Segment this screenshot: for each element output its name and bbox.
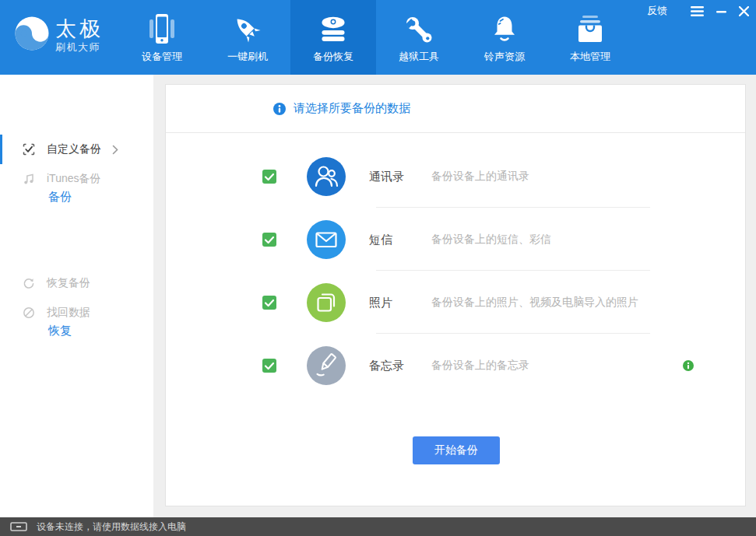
row-title: 短信 [369, 232, 392, 247]
phone-icon [149, 14, 175, 45]
message-icon [307, 220, 346, 259]
restore-arrow-icon [23, 277, 35, 289]
archive-box-icon [575, 14, 605, 45]
start-backup-button[interactable]: 开始备份 [413, 436, 500, 464]
close-icon[interactable] [739, 6, 749, 16]
backup-prompt: 请选择所要备份的数据 [294, 101, 410, 116]
feedback-link[interactable]: 反馈 [647, 4, 667, 18]
database-icon [318, 14, 349, 45]
wrench-icon [404, 14, 434, 45]
row-description: 备份设备上的备忘录 [431, 359, 529, 373]
nav-tab-ringtone-resources[interactable]: 铃声资源 [462, 0, 547, 75]
active-indicator [0, 135, 2, 164]
recover-slash-icon [23, 307, 35, 319]
photos-icon [307, 283, 346, 322]
window-controls [691, 6, 749, 16]
memo-info-icon[interactable] [683, 360, 694, 371]
main-nav: 设备管理 一键刷机 [119, 0, 633, 75]
nav-label: 铃声资源 [484, 50, 525, 64]
nav-tab-one-key-flash[interactable]: 一键刷机 [205, 0, 290, 75]
rocket-icon [232, 14, 263, 45]
brand-name: 太极 [55, 19, 104, 40]
photos-checkbox[interactable] [262, 296, 276, 310]
nav-label: 设备管理 [142, 50, 182, 64]
app-header: 太极 刷机大师 设备管理 [0, 0, 756, 75]
nav-tab-device-manage[interactable]: 设备管理 [119, 0, 205, 75]
row-title: 通讯录 [369, 169, 404, 184]
backup-row-contacts: 通讯录 备份设备上的通讯录 [166, 145, 745, 208]
row-description: 备份设备上的短信、彩信 [431, 233, 551, 247]
backup-row-memos: 备忘录 备份设备上的备忘录 [166, 334, 745, 397]
row-title: 备忘录 [369, 358, 404, 373]
row-description: 备份设备上的照片、视频及电脑导入的照片 [431, 296, 638, 310]
nav-label: 备份恢复 [313, 50, 353, 64]
contacts-icon [307, 157, 346, 196]
memo-pencil-icon [307, 346, 346, 385]
memos-checkbox[interactable] [262, 359, 276, 373]
usb-connector-icon [10, 522, 27, 531]
brand-subname: 刷机大师 [55, 42, 104, 52]
menu-icon[interactable] [691, 6, 704, 16]
checkbox-select-icon [23, 143, 35, 156]
sidebar-item-custom-backup[interactable]: 自定义备份 [0, 135, 153, 164]
sidebar-item-label: 自定义备份 [47, 142, 101, 156]
nav-label: 一键刷机 [227, 50, 268, 64]
taiji-icon [15, 16, 49, 54]
backup-panel: 请选择所要备份的数据 通讯录 备份设备上的 [165, 84, 746, 506]
info-icon [273, 103, 286, 115]
nav-tab-jailbreak-tools[interactable]: 越狱工具 [376, 0, 462, 75]
app-logo: 太极 刷机大师 [15, 16, 104, 54]
backup-row-messages: 短信 备份设备上的短信、彩信 [166, 208, 745, 271]
nav-tab-local-manage[interactable]: 本地管理 [547, 0, 633, 75]
sidebar-item-label: 恢复备份 [47, 276, 90, 290]
contacts-checkbox[interactable] [262, 170, 276, 184]
backup-row-photos: 照片 备份设备上的照片、视频及电脑导入的照片 [166, 271, 745, 334]
status-bar: 设备未连接，请使用数据线接入电脑 [0, 517, 756, 536]
sidebar: 备份 自定义备份 iTunes备份 恢复 [0, 75, 153, 517]
messages-checkbox[interactable] [262, 233, 276, 247]
backup-options-list: 通讯录 备份设备上的通讯录 短信 备份设备上的短信、彩信 [166, 134, 745, 397]
panel-header: 请选择所要备份的数据 [166, 85, 745, 133]
nav-label: 越狱工具 [399, 50, 439, 64]
minimize-icon[interactable] [716, 6, 726, 16]
nav-tab-backup-restore[interactable]: 备份恢复 [290, 0, 376, 75]
nav-label: 本地管理 [570, 50, 610, 64]
chevron-right-icon [112, 145, 118, 155]
status-message: 设备未连接，请使用数据线接入电脑 [37, 520, 186, 534]
row-title: 照片 [369, 295, 392, 310]
sidebar-item-label: iTunes备份 [47, 172, 101, 186]
sidebar-item-restore-backup[interactable]: 恢复备份 [0, 268, 153, 298]
row-description: 备份设备上的通讯录 [431, 170, 529, 184]
sidebar-item-itunes-backup[interactable]: iTunes备份 [0, 164, 153, 194]
sidebar-item-label: 找回数据 [47, 306, 90, 320]
sidebar-item-recover-data[interactable]: 找回数据 [0, 298, 153, 328]
bell-icon [490, 14, 519, 45]
music-note-icon [23, 173, 35, 185]
